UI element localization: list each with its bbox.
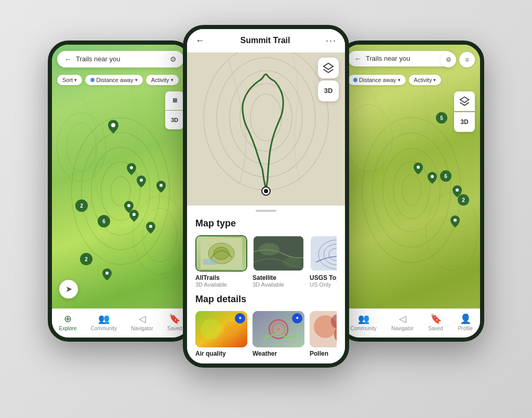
saved-icon-left: 🔖 bbox=[169, 313, 180, 325]
navigator-icon-left: ◁ bbox=[139, 313, 146, 325]
list-btn-right[interactable]: ≡ bbox=[459, 52, 475, 68]
filter-row-left: Sort ▾ Distance away ▾ Activity ▾ bbox=[57, 75, 184, 85]
trail-path-svg bbox=[187, 29, 345, 206]
pollen-label: Pollen bbox=[310, 350, 337, 357]
svg-point-4 bbox=[111, 176, 130, 206]
svg-point-59 bbox=[402, 174, 421, 206]
navigator-label-left: Navigator bbox=[131, 326, 153, 331]
activity-label: Activity bbox=[151, 77, 169, 83]
usgs-sublabel: US Only bbox=[310, 281, 337, 288]
bottom-nav-left: ⊕ Explore 👥 Community ◁ Navigator 🔖 Save… bbox=[52, 308, 189, 338]
svg-point-29 bbox=[264, 189, 268, 193]
weather-badge: ✦ bbox=[292, 313, 302, 323]
svg-point-44 bbox=[201, 319, 221, 340]
map-type-grid: AllTrails 3D Available bbox=[195, 235, 337, 288]
filter-distance-right[interactable]: Distance away ▾ bbox=[348, 75, 406, 85]
map-details-section: Map details bbox=[195, 294, 337, 357]
nav-explore-left[interactable]: ⊕ Explore bbox=[59, 313, 77, 331]
satellite-label: Satellite bbox=[252, 274, 304, 281]
trail-title: Summit Trail bbox=[240, 36, 290, 45]
filter-activity[interactable]: Activity ▾ bbox=[146, 75, 179, 85]
3d-button-center[interactable]: 3D bbox=[318, 80, 339, 101]
sort-chevron: ▾ bbox=[74, 77, 77, 83]
filter-activity-right[interactable]: Activity ▾ bbox=[409, 75, 442, 85]
distance-dot bbox=[90, 78, 95, 82]
airquality-thumbnail: ✦ bbox=[195, 311, 247, 347]
center-header: ← Summit Trail ··· bbox=[187, 29, 345, 52]
center-map-controls: 3D bbox=[318, 58, 339, 101]
nav-community-right[interactable]: 👥 Community bbox=[350, 313, 377, 331]
navigator-icon-right: ◁ bbox=[399, 313, 406, 325]
detail-card-airquality[interactable]: ✦ Air quality bbox=[195, 311, 247, 357]
map-controls-left: ⊞ 3D bbox=[165, 91, 184, 129]
nav-navigator-left[interactable]: ◁ Navigator bbox=[131, 313, 153, 331]
drag-handle[interactable] bbox=[256, 210, 276, 212]
nav-profile-right[interactable]: 👤 Profile bbox=[458, 313, 472, 331]
alltrails-label: AllTrails bbox=[195, 274, 247, 281]
saved-icon-right: 🔖 bbox=[430, 313, 442, 325]
distance-label-right: Distance away bbox=[359, 77, 396, 83]
nav-saved-left[interactable]: 🔖 Saved bbox=[167, 313, 182, 331]
layers-button-center[interactable] bbox=[318, 58, 339, 78]
filter-btn-right[interactable]: ⚙ bbox=[441, 52, 456, 68]
saved-label-left: Saved bbox=[167, 326, 182, 331]
more-button[interactable]: ··· bbox=[326, 35, 337, 46]
3d-label: 3D bbox=[171, 117, 178, 123]
filter-sort[interactable]: Sort ▾ bbox=[57, 75, 82, 85]
svg-point-50 bbox=[277, 328, 280, 330]
map-card-satellite[interactable]: Satellite 3D Available bbox=[252, 235, 304, 288]
explore-icon: ⊕ bbox=[64, 313, 72, 325]
layers-icon: ⊞ bbox=[172, 97, 177, 104]
phone-center: ← Summit Trail ··· 3D bbox=[183, 25, 349, 368]
svg-marker-72 bbox=[460, 97, 469, 102]
layers-button-left[interactable]: ⊞ bbox=[165, 91, 184, 110]
phone-right: ← Trails near you ⚙ ≡ Distance away ▾ bbox=[339, 41, 484, 342]
navigator-label-right: Navigator bbox=[391, 326, 414, 331]
weather-thumbnail: ✦ bbox=[252, 311, 304, 347]
filter-icon-right: ⚙ bbox=[446, 56, 451, 63]
layers-button-right[interactable] bbox=[454, 91, 475, 111]
location-button-left[interactable]: ➤ bbox=[59, 280, 78, 299]
map-card-usgs[interactable]: USGS Topo US Only bbox=[310, 235, 337, 288]
distance-label: Distance away bbox=[96, 77, 134, 83]
phone-left: ← Trails near you ⚙ Sort ▾ Distance away… bbox=[48, 41, 193, 342]
right-search-text: Trails near you bbox=[366, 55, 448, 62]
svg-point-1 bbox=[82, 132, 160, 249]
map-details-title: Map details bbox=[195, 294, 337, 305]
detail-card-pollen[interactable]: Pollen bbox=[310, 311, 337, 357]
center-map-bg bbox=[187, 29, 345, 206]
nav-navigator-right[interactable]: ◁ Navigator bbox=[391, 313, 414, 331]
activity-chevron-right: ▾ bbox=[433, 77, 436, 83]
detail-card-weather[interactable]: ✦ Weather bbox=[252, 311, 304, 357]
airquality-label: Air quality bbox=[195, 350, 247, 357]
satellite-thumbnail bbox=[252, 235, 304, 272]
back-arrow-icon: ← bbox=[64, 55, 72, 63]
right-search-bar[interactable]: ← Trails near you bbox=[348, 51, 454, 66]
map-card-alltrails[interactable]: AllTrails 3D Available bbox=[195, 235, 247, 288]
left-search-bar[interactable]: ← Trails near you ⚙ bbox=[57, 51, 184, 68]
phones-container: ← Trails near you ⚙ Sort ▾ Distance away… bbox=[32, 15, 500, 404]
nav-saved-right[interactable]: 🔖 Saved bbox=[429, 313, 443, 331]
back-button[interactable]: ← bbox=[195, 35, 205, 46]
pollen-thumbnail bbox=[310, 311, 337, 347]
svg-point-45 bbox=[224, 321, 240, 337]
navigation-icon: ➤ bbox=[65, 284, 72, 294]
back-arrow-right: ← bbox=[354, 55, 362, 63]
nav-community-left[interactable]: 👥 Community bbox=[91, 313, 117, 331]
filter-distance[interactable]: Distance away ▾ bbox=[85, 75, 143, 85]
explore-label: Explore bbox=[59, 326, 77, 331]
topo-lines-right bbox=[343, 45, 480, 338]
filter-icon-left[interactable]: ⚙ bbox=[170, 55, 177, 63]
3d-button-left[interactable]: 3D bbox=[165, 111, 184, 129]
airquality-badge: ✦ bbox=[235, 313, 245, 323]
bottom-nav-right: 👥 Community ◁ Navigator 🔖 Saved 👤 Profil… bbox=[343, 308, 480, 338]
alltrails-thumbnail bbox=[195, 235, 247, 272]
svg-point-3 bbox=[101, 161, 140, 220]
svg-marker-30 bbox=[324, 63, 333, 69]
activity-label-right: Activity bbox=[414, 77, 432, 83]
3d-button-right[interactable]: 3D bbox=[454, 112, 475, 132]
community-label-left: Community bbox=[91, 326, 117, 331]
usgs-label: USGS Topo bbox=[310, 274, 337, 281]
weather-label: Weather bbox=[252, 350, 304, 357]
community-icon-right: 👥 bbox=[358, 313, 369, 325]
